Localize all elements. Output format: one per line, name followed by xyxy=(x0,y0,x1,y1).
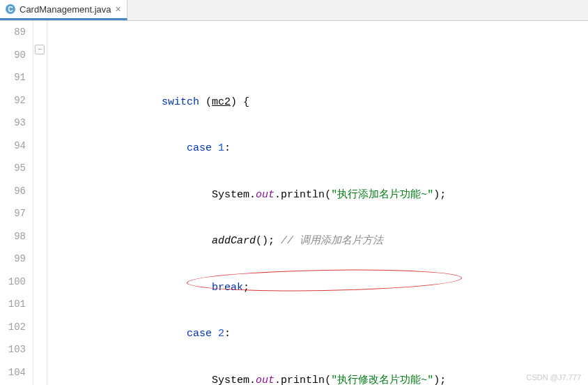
fold-marker-icon[interactable]: − xyxy=(35,45,45,54)
line-number: 95 xyxy=(0,157,26,180)
line-number: 103 xyxy=(0,338,26,361)
line-number: 94 xyxy=(0,135,26,158)
close-icon[interactable]: × xyxy=(116,3,121,15)
line-number: 90 xyxy=(0,44,26,67)
line-number: 97 xyxy=(0,202,26,225)
line-number: 101 xyxy=(0,293,26,316)
fold-gutter: − xyxy=(33,21,47,385)
code-area[interactable]: switch (mc2) { case 1: System.out.printl… xyxy=(47,21,446,385)
line-number: 89 xyxy=(0,21,26,44)
line-number: 99 xyxy=(0,248,26,271)
tab-filename: CardManagement.java xyxy=(20,4,111,15)
tab-bar: C CardManagement.java × xyxy=(0,0,588,21)
line-number: 93 xyxy=(0,112,26,135)
file-tab[interactable]: C CardManagement.java × xyxy=(0,0,127,20)
watermark: CSDN @J7.777 xyxy=(527,373,581,382)
line-number: 102 xyxy=(0,316,26,339)
java-class-icon: C xyxy=(6,4,15,14)
line-number: 98 xyxy=(0,225,26,248)
line-number-gutter: 89 90 91 92 93 94 95 96 97 98 99 100 101… xyxy=(0,21,33,385)
line-number: 104 xyxy=(0,361,26,384)
line-number: 96 xyxy=(0,180,26,203)
code-editor[interactable]: 89 90 91 92 93 94 95 96 97 98 99 100 101… xyxy=(0,21,588,385)
line-number: 91 xyxy=(0,66,26,89)
line-number: 92 xyxy=(0,89,26,112)
line-number: 100 xyxy=(0,271,26,294)
